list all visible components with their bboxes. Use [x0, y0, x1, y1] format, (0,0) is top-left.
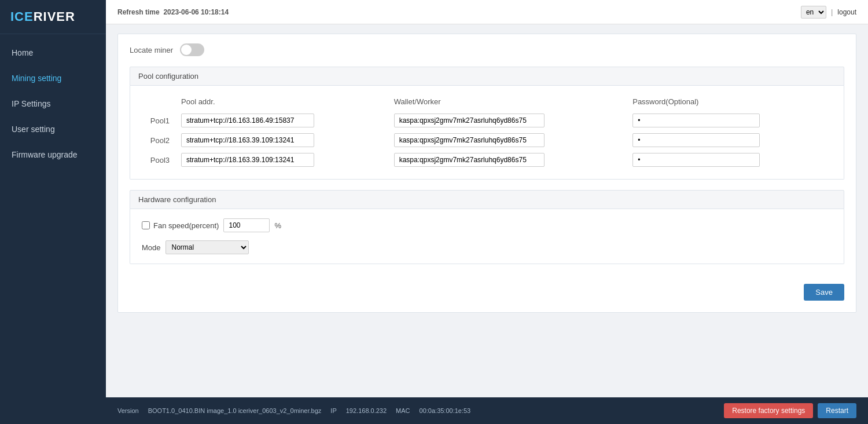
restart-button[interactable]: Restart	[818, 403, 856, 418]
col-wallet: Wallet/Worker	[389, 95, 628, 111]
sidebar-item-user-setting[interactable]: User setting	[0, 116, 106, 142]
language-select[interactable]: en zh	[801, 6, 826, 19]
pool1-password-cell	[628, 111, 832, 130]
footer: Version BOOT1.0_0410.BIN image_1.0 iceri…	[106, 397, 868, 424]
ip-value: 192.168.0.232	[346, 407, 387, 414]
sidebar-item-mining-setting[interactable]: Mining setting	[0, 65, 106, 91]
locate-miner-row: Locate miner	[130, 43, 844, 56]
locate-miner-label: Locate miner	[130, 46, 173, 54]
mac-label: MAC	[396, 407, 410, 414]
pool1-password-input[interactable]	[632, 114, 760, 127]
topbar: Refresh time 2023-06-06 10:18:14 en zh |…	[106, 0, 868, 24]
hw-config-header: Hardware configuration	[130, 190, 844, 209]
pool3-wallet-cell	[389, 150, 628, 170]
fan-speed-unit: %	[274, 221, 281, 230]
table-row: Pool2	[142, 130, 832, 150]
fan-speed-row: Fan speed(percent) %	[142, 218, 832, 232]
mode-label: Mode	[142, 243, 161, 252]
refresh-info: Refresh time 2023-06-06 10:18:14	[117, 8, 229, 16]
main-area: Refresh time 2023-06-06 10:18:14 en zh |…	[106, 0, 868, 424]
sidebar-item-home[interactable]: Home	[0, 40, 106, 65]
pool1-label: Pool1	[142, 111, 176, 130]
pool-config-body: Pool addr. Wallet/Worker Password(Option…	[130, 86, 844, 180]
hw-config-body: Fan speed(percent) % Mode Normal Low pow…	[130, 209, 844, 264]
version-label: Version	[117, 407, 139, 414]
footer-buttons: Restore factory settings Restart	[724, 403, 856, 418]
logout-link[interactable]: logout	[837, 8, 856, 16]
fan-speed-label: Fan speed(percent)	[142, 221, 219, 230]
pool1-wallet-input[interactable]	[394, 114, 545, 127]
sidebar: ICERIVER Home Mining setting IP Settings…	[0, 0, 106, 424]
sidebar-item-ip-settings[interactable]: IP Settings	[0, 91, 106, 116]
pool2-password-input[interactable]	[632, 133, 760, 147]
pool-table: Pool addr. Wallet/Worker Password(Option…	[142, 95, 832, 170]
pool2-password-cell	[628, 130, 832, 150]
pool1-addr-input[interactable]	[181, 114, 314, 127]
pool-config-header: Pool configuration	[130, 67, 844, 86]
pool3-addr-input[interactable]	[181, 153, 314, 167]
pool3-password-cell	[628, 150, 832, 170]
logo-river: RIVER	[34, 9, 75, 24]
col-label-empty	[142, 95, 176, 111]
table-row: Pool3	[142, 150, 832, 170]
pool3-wallet-input[interactable]	[394, 153, 545, 167]
logo-ice: ICE	[10, 9, 34, 24]
locate-miner-toggle[interactable]	[180, 43, 204, 56]
mode-select[interactable]: Normal Low power High performance	[165, 240, 249, 254]
sidebar-nav: Home Mining setting IP Settings User set…	[0, 40, 106, 167]
version-value: BOOT1.0_0410.BIN image_1.0 iceriver_0603…	[148, 407, 322, 414]
pool3-password-input[interactable]	[632, 153, 760, 167]
save-row: Save	[130, 275, 844, 303]
table-row: Pool1	[142, 111, 832, 130]
save-button[interactable]: Save	[804, 284, 844, 301]
fan-speed-checkbox[interactable]	[142, 221, 150, 229]
mac-value: 00:0a:35:00:1e:53	[420, 407, 471, 414]
logo: ICERIVER	[0, 0, 106, 34]
topbar-right: en zh | logout	[801, 6, 856, 19]
footer-info: Version BOOT1.0_0410.BIN image_1.0 iceri…	[117, 407, 470, 414]
mode-row: Mode Normal Low power High performance	[142, 240, 832, 254]
pool2-wallet-cell	[389, 130, 628, 150]
pool2-label: Pool2	[142, 130, 176, 150]
restore-factory-button[interactable]: Restore factory settings	[724, 403, 813, 418]
pool1-addr-cell	[176, 111, 389, 130]
content-area: Locate miner Pool configuration Pool add…	[106, 24, 868, 397]
pool3-label: Pool3	[142, 150, 176, 170]
main-card: Locate miner Pool configuration Pool add…	[117, 34, 856, 313]
ip-label: IP	[330, 407, 336, 414]
col-pool-addr: Pool addr.	[176, 95, 389, 111]
pool1-wallet-cell	[389, 111, 628, 130]
separator: |	[831, 8, 833, 16]
fan-speed-input[interactable]	[223, 218, 270, 232]
pool2-addr-input[interactable]	[181, 133, 314, 147]
pool2-wallet-input[interactable]	[394, 133, 545, 147]
sidebar-item-firmware-upgrade[interactable]: Firmware upgrade	[0, 142, 106, 167]
col-password: Password(Optional)	[628, 95, 832, 111]
pool2-addr-cell	[176, 130, 389, 150]
pool3-addr-cell	[176, 150, 389, 170]
